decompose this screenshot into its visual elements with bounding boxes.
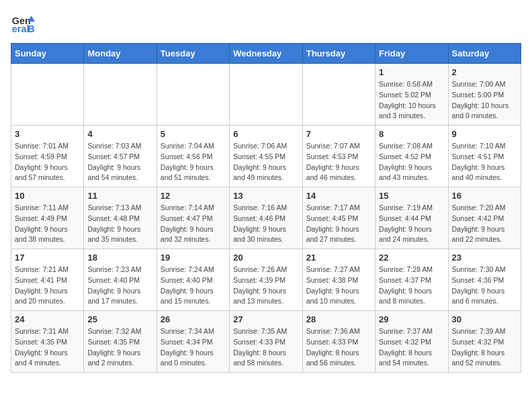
day-number: 3	[15, 129, 80, 139]
day-number: 7	[306, 129, 371, 139]
day-detail: Sunrise: 7:32 AMSunset: 4:35 PMDaylight:…	[87, 326, 152, 369]
calendar-table: SundayMondayTuesdayWednesdayThursdayFrid…	[11, 43, 521, 373]
day-number: 5	[161, 129, 226, 139]
calendar-week-row: 1Sunrise: 6:58 AMSunset: 5:02 PMDaylight…	[11, 64, 521, 126]
day-detail: Sunrise: 7:37 AMSunset: 4:32 PMDaylight:…	[379, 326, 444, 369]
calendar-week-row: 10Sunrise: 7:11 AMSunset: 4:49 PMDayligh…	[11, 187, 521, 249]
svg-text:eral: eral	[12, 24, 30, 34]
calendar-day-cell: 29Sunrise: 7:37 AMSunset: 4:32 PMDayligh…	[375, 311, 448, 373]
calendar-day-cell: 4Sunrise: 7:03 AMSunset: 4:57 PMDaylight…	[84, 126, 157, 187]
calendar-day-cell: 7Sunrise: 7:07 AMSunset: 4:53 PMDaylight…	[302, 126, 375, 187]
day-detail: Sunrise: 7:35 AMSunset: 4:33 PMDaylight:…	[233, 326, 298, 369]
day-number: 13	[233, 191, 298, 201]
day-detail: Sunrise: 7:06 AMSunset: 4:55 PMDaylight:…	[233, 141, 298, 183]
calendar-day-cell: 17Sunrise: 7:21 AMSunset: 4:41 PMDayligh…	[11, 249, 84, 311]
weekday-header: Thursday	[302, 44, 375, 64]
day-detail: Sunrise: 7:17 AMSunset: 4:45 PMDaylight:…	[306, 203, 371, 245]
day-detail: Sunrise: 7:34 AMSunset: 4:34 PMDaylight:…	[161, 326, 226, 369]
calendar-week-row: 3Sunrise: 7:01 AMSunset: 4:59 PMDaylight…	[11, 126, 521, 187]
day-detail: Sunrise: 7:36 AMSunset: 4:33 PMDaylight:…	[306, 326, 371, 369]
calendar-day-cell: 14Sunrise: 7:17 AMSunset: 4:45 PMDayligh…	[302, 187, 375, 249]
weekday-header: Saturday	[448, 44, 521, 64]
day-number: 9	[452, 129, 517, 139]
day-detail: Sunrise: 7:08 AMSunset: 4:52 PMDaylight:…	[379, 141, 444, 183]
calendar-day-cell: 5Sunrise: 7:04 AMSunset: 4:56 PMDaylight…	[157, 126, 229, 187]
day-number: 22	[379, 253, 444, 263]
calendar-day-cell	[84, 64, 157, 126]
calendar-day-cell	[11, 64, 84, 126]
calendar-day-cell: 19Sunrise: 7:24 AMSunset: 4:40 PMDayligh…	[157, 249, 229, 311]
day-number: 19	[161, 253, 226, 263]
day-detail: Sunrise: 7:11 AMSunset: 4:49 PMDaylight:…	[15, 203, 80, 245]
page-header: Gen eral Blue	[11, 11, 521, 35]
calendar-day-cell: 18Sunrise: 7:23 AMSunset: 4:40 PMDayligh…	[84, 249, 157, 311]
calendar-day-cell: 30Sunrise: 7:39 AMSunset: 4:32 PMDayligh…	[448, 311, 521, 373]
calendar-day-cell: 26Sunrise: 7:34 AMSunset: 4:34 PMDayligh…	[157, 311, 229, 373]
day-detail: Sunrise: 7:24 AMSunset: 4:40 PMDaylight:…	[161, 265, 226, 307]
calendar-day-cell: 25Sunrise: 7:32 AMSunset: 4:35 PMDayligh…	[84, 311, 157, 373]
calendar-week-row: 24Sunrise: 7:31 AMSunset: 4:35 PMDayligh…	[11, 311, 521, 373]
calendar-day-cell: 10Sunrise: 7:11 AMSunset: 4:49 PMDayligh…	[11, 187, 84, 249]
day-detail: Sunrise: 7:20 AMSunset: 4:42 PMDaylight:…	[452, 203, 517, 245]
calendar-day-cell: 11Sunrise: 7:13 AMSunset: 4:48 PMDayligh…	[84, 187, 157, 249]
day-number: 18	[87, 253, 152, 263]
day-number: 29	[379, 314, 444, 324]
day-detail: Sunrise: 7:30 AMSunset: 4:36 PMDaylight:…	[452, 265, 517, 307]
calendar-day-cell	[230, 64, 302, 126]
calendar-day-cell: 24Sunrise: 7:31 AMSunset: 4:35 PMDayligh…	[11, 311, 84, 373]
calendar-day-cell: 3Sunrise: 7:01 AMSunset: 4:59 PMDaylight…	[11, 126, 84, 187]
weekday-header: Wednesday	[230, 44, 302, 64]
logo-icon: Gen eral Blue	[11, 11, 35, 35]
calendar-day-cell	[302, 64, 375, 126]
logo: Gen eral Blue	[11, 11, 38, 35]
calendar-day-cell: 22Sunrise: 7:28 AMSunset: 4:37 PMDayligh…	[375, 249, 448, 311]
day-number: 25	[87, 314, 152, 324]
svg-text:Blue: Blue	[28, 24, 35, 34]
day-detail: Sunrise: 6:58 AMSunset: 5:02 PMDaylight:…	[379, 79, 444, 122]
calendar-week-row: 17Sunrise: 7:21 AMSunset: 4:41 PMDayligh…	[11, 249, 521, 311]
day-detail: Sunrise: 7:10 AMSunset: 4:51 PMDaylight:…	[452, 141, 517, 183]
calendar-day-cell	[157, 64, 229, 126]
calendar-day-cell: 28Sunrise: 7:36 AMSunset: 4:33 PMDayligh…	[302, 311, 375, 373]
day-detail: Sunrise: 7:03 AMSunset: 4:57 PMDaylight:…	[87, 141, 152, 183]
day-number: 23	[452, 253, 517, 263]
day-detail: Sunrise: 7:23 AMSunset: 4:40 PMDaylight:…	[87, 265, 152, 307]
calendar-day-cell: 20Sunrise: 7:26 AMSunset: 4:39 PMDayligh…	[230, 249, 302, 311]
day-number: 20	[233, 253, 298, 263]
calendar-day-cell: 6Sunrise: 7:06 AMSunset: 4:55 PMDaylight…	[230, 126, 302, 187]
day-detail: Sunrise: 7:01 AMSunset: 4:59 PMDaylight:…	[15, 141, 80, 183]
day-detail: Sunrise: 7:04 AMSunset: 4:56 PMDaylight:…	[161, 141, 226, 183]
calendar-day-cell: 16Sunrise: 7:20 AMSunset: 4:42 PMDayligh…	[448, 187, 521, 249]
calendar-day-cell: 1Sunrise: 6:58 AMSunset: 5:02 PMDaylight…	[375, 64, 448, 126]
weekday-header: Tuesday	[157, 44, 229, 64]
day-number: 26	[161, 314, 226, 324]
day-number: 11	[87, 191, 152, 201]
day-number: 8	[379, 129, 444, 139]
day-number: 6	[233, 129, 298, 139]
day-detail: Sunrise: 7:16 AMSunset: 4:46 PMDaylight:…	[233, 203, 298, 245]
day-detail: Sunrise: 7:27 AMSunset: 4:38 PMDaylight:…	[306, 265, 371, 307]
calendar-day-cell: 2Sunrise: 7:00 AMSunset: 5:00 PMDaylight…	[448, 64, 521, 126]
day-number: 28	[306, 314, 371, 324]
weekday-header: Sunday	[11, 44, 84, 64]
day-detail: Sunrise: 7:39 AMSunset: 4:32 PMDaylight:…	[452, 326, 517, 369]
weekday-row: SundayMondayTuesdayWednesdayThursdayFrid…	[11, 44, 521, 64]
day-detail: Sunrise: 7:13 AMSunset: 4:48 PMDaylight:…	[87, 203, 152, 245]
day-detail: Sunrise: 7:19 AMSunset: 4:44 PMDaylight:…	[379, 203, 444, 245]
day-detail: Sunrise: 7:14 AMSunset: 4:47 PMDaylight:…	[161, 203, 226, 245]
day-number: 14	[306, 191, 371, 201]
calendar-header: SundayMondayTuesdayWednesdayThursdayFrid…	[11, 44, 521, 64]
day-detail: Sunrise: 7:00 AMSunset: 5:00 PMDaylight:…	[452, 79, 517, 122]
day-number: 15	[379, 191, 444, 201]
calendar-day-cell: 12Sunrise: 7:14 AMSunset: 4:47 PMDayligh…	[157, 187, 229, 249]
day-detail: Sunrise: 7:26 AMSunset: 4:39 PMDaylight:…	[233, 265, 298, 307]
day-detail: Sunrise: 7:21 AMSunset: 4:41 PMDaylight:…	[15, 265, 80, 307]
calendar-body: 1Sunrise: 6:58 AMSunset: 5:02 PMDaylight…	[11, 64, 521, 373]
calendar-day-cell: 9Sunrise: 7:10 AMSunset: 4:51 PMDaylight…	[448, 126, 521, 187]
day-number: 17	[15, 253, 80, 263]
day-number: 30	[452, 314, 517, 324]
calendar-day-cell: 23Sunrise: 7:30 AMSunset: 4:36 PMDayligh…	[448, 249, 521, 311]
day-number: 2	[452, 67, 517, 77]
calendar-day-cell: 27Sunrise: 7:35 AMSunset: 4:33 PMDayligh…	[230, 311, 302, 373]
calendar-day-cell: 15Sunrise: 7:19 AMSunset: 4:44 PMDayligh…	[375, 187, 448, 249]
